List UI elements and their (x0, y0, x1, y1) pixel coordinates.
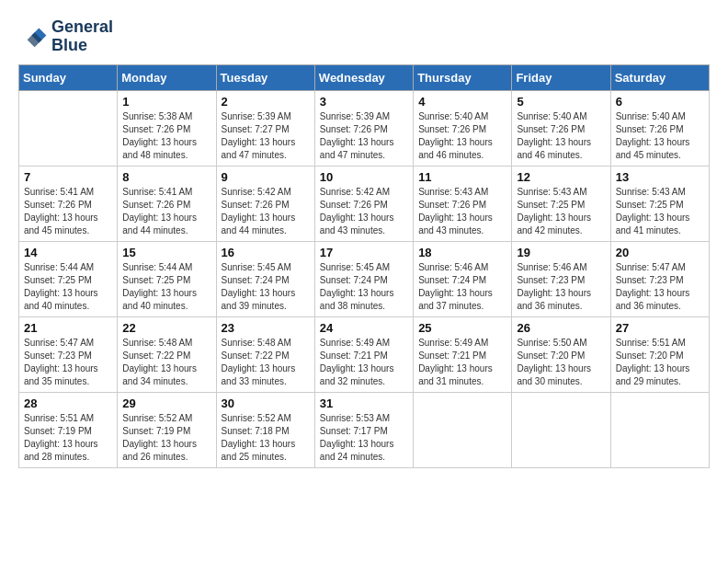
calendar-cell: 20Sunrise: 5:47 AM Sunset: 7:23 PM Dayli… (610, 241, 709, 316)
day-info: Sunrise: 5:49 AM Sunset: 7:21 PM Dayligh… (418, 337, 506, 388)
calendar-cell: 17Sunrise: 5:45 AM Sunset: 7:24 PM Dayli… (314, 241, 413, 316)
day-info: Sunrise: 5:53 AM Sunset: 7:17 PM Dayligh… (320, 412, 408, 464)
calendar-cell: 22Sunrise: 5:48 AM Sunset: 7:22 PM Dayli… (118, 316, 216, 392)
day-number: 7 (24, 170, 112, 184)
calendar-cell: 6Sunrise: 5:40 AM Sunset: 7:26 PM Daylig… (610, 90, 709, 166)
day-number: 14 (24, 246, 112, 259)
calendar-cell: 13Sunrise: 5:43 AM Sunset: 7:25 PM Dayli… (610, 166, 709, 241)
day-info: Sunrise: 5:51 AM Sunset: 7:19 PM Dayligh… (24, 412, 112, 464)
day-info: Sunrise: 5:46 AM Sunset: 7:23 PM Dayligh… (517, 261, 605, 313)
calendar-cell: 30Sunrise: 5:52 AM Sunset: 7:18 PM Dayli… (216, 392, 314, 467)
calendar-cell: 23Sunrise: 5:48 AM Sunset: 7:22 PM Dayli… (216, 316, 314, 392)
calendar-cell: 9Sunrise: 5:42 AM Sunset: 7:26 PM Daylig… (216, 166, 314, 241)
calendar-cell: 16Sunrise: 5:45 AM Sunset: 7:24 PM Dayli… (216, 241, 314, 316)
day-info: Sunrise: 5:42 AM Sunset: 7:26 PM Dayligh… (320, 186, 408, 237)
day-info: Sunrise: 5:43 AM Sunset: 7:25 PM Dayligh… (517, 186, 605, 237)
day-number: 1 (122, 95, 210, 109)
day-info: Sunrise: 5:41 AM Sunset: 7:26 PM Dayligh… (122, 186, 210, 237)
calendar-cell: 4Sunrise: 5:40 AM Sunset: 7:26 PM Daylig… (414, 90, 512, 166)
calendar-cell: 28Sunrise: 5:51 AM Sunset: 7:19 PM Dayli… (19, 392, 118, 467)
calendar-week-row: 7Sunrise: 5:41 AM Sunset: 7:26 PM Daylig… (19, 166, 710, 241)
calendar-cell: 5Sunrise: 5:40 AM Sunset: 7:26 PM Daylig… (512, 90, 610, 166)
calendar-cell (19, 90, 118, 166)
day-number: 5 (517, 95, 605, 109)
day-number: 29 (122, 396, 210, 410)
calendar-cell: 10Sunrise: 5:42 AM Sunset: 7:26 PM Dayli… (314, 166, 413, 241)
day-number: 2 (222, 95, 310, 109)
weekday-header-saturday: Saturday (610, 64, 709, 90)
weekday-header-wednesday: Wednesday (314, 64, 413, 90)
logo-icon (18, 22, 48, 52)
calendar-week-row: 21Sunrise: 5:47 AM Sunset: 7:23 PM Dayli… (19, 316, 710, 392)
calendar-cell: 29Sunrise: 5:52 AM Sunset: 7:19 PM Dayli… (118, 392, 216, 467)
day-info: Sunrise: 5:43 AM Sunset: 7:26 PM Dayligh… (418, 186, 506, 237)
day-number: 28 (24, 396, 112, 410)
calendar-cell: 12Sunrise: 5:43 AM Sunset: 7:25 PM Dayli… (512, 166, 610, 241)
logo-text: General Blue (51, 18, 113, 55)
day-number: 30 (222, 396, 310, 410)
calendar-week-row: 28Sunrise: 5:51 AM Sunset: 7:19 PM Dayli… (19, 392, 710, 467)
logo: General Blue (18, 18, 113, 55)
calendar-cell: 19Sunrise: 5:46 AM Sunset: 7:23 PM Dayli… (512, 241, 610, 316)
day-info: Sunrise: 5:50 AM Sunset: 7:20 PM Dayligh… (517, 337, 605, 388)
calendar-cell (512, 392, 610, 467)
calendar-cell: 25Sunrise: 5:49 AM Sunset: 7:21 PM Dayli… (414, 316, 512, 392)
day-info: Sunrise: 5:49 AM Sunset: 7:21 PM Dayligh… (320, 337, 408, 388)
day-info: Sunrise: 5:48 AM Sunset: 7:22 PM Dayligh… (122, 337, 210, 388)
day-info: Sunrise: 5:38 AM Sunset: 7:26 PM Dayligh… (122, 110, 210, 162)
calendar-cell: 2Sunrise: 5:39 AM Sunset: 7:27 PM Daylig… (216, 90, 314, 166)
calendar-cell (610, 392, 709, 467)
day-info: Sunrise: 5:47 AM Sunset: 7:23 PM Dayligh… (616, 261, 704, 313)
day-info: Sunrise: 5:41 AM Sunset: 7:26 PM Dayligh… (24, 186, 112, 237)
page-header: General Blue (18, 18, 710, 55)
calendar-cell: 8Sunrise: 5:41 AM Sunset: 7:26 PM Daylig… (118, 166, 216, 241)
day-info: Sunrise: 5:39 AM Sunset: 7:26 PM Dayligh… (320, 110, 408, 162)
day-info: Sunrise: 5:51 AM Sunset: 7:20 PM Dayligh… (616, 337, 704, 388)
day-number: 16 (222, 246, 310, 259)
calendar-cell: 27Sunrise: 5:51 AM Sunset: 7:20 PM Dayli… (610, 316, 709, 392)
weekday-header-monday: Monday (118, 64, 216, 90)
day-number: 4 (418, 95, 506, 109)
day-info: Sunrise: 5:46 AM Sunset: 7:24 PM Dayligh… (418, 261, 506, 313)
calendar-cell: 3Sunrise: 5:39 AM Sunset: 7:26 PM Daylig… (314, 90, 413, 166)
weekday-header-friday: Friday (512, 64, 610, 90)
day-number: 9 (222, 170, 310, 184)
day-number: 18 (418, 246, 506, 259)
calendar-cell: 11Sunrise: 5:43 AM Sunset: 7:26 PM Dayli… (414, 166, 512, 241)
calendar-cell: 26Sunrise: 5:50 AM Sunset: 7:20 PM Dayli… (512, 316, 610, 392)
day-info: Sunrise: 5:40 AM Sunset: 7:26 PM Dayligh… (616, 110, 704, 162)
day-number: 20 (616, 246, 704, 259)
day-number: 11 (418, 170, 506, 184)
day-info: Sunrise: 5:43 AM Sunset: 7:25 PM Dayligh… (616, 186, 704, 237)
day-number: 31 (320, 396, 408, 410)
calendar-cell: 14Sunrise: 5:44 AM Sunset: 7:25 PM Dayli… (19, 241, 118, 316)
day-number: 22 (122, 321, 210, 335)
weekday-header-sunday: Sunday (19, 64, 118, 90)
weekday-header-tuesday: Tuesday (216, 64, 314, 90)
calendar-cell: 18Sunrise: 5:46 AM Sunset: 7:24 PM Dayli… (414, 241, 512, 316)
day-number: 6 (616, 95, 704, 109)
calendar-cell: 24Sunrise: 5:49 AM Sunset: 7:21 PM Dayli… (314, 316, 413, 392)
day-info: Sunrise: 5:44 AM Sunset: 7:25 PM Dayligh… (24, 261, 112, 313)
calendar-table: SundayMondayTuesdayWednesdayThursdayFrid… (18, 64, 710, 468)
day-number: 27 (616, 321, 704, 335)
weekday-header-thursday: Thursday (414, 64, 512, 90)
day-number: 21 (24, 321, 112, 335)
day-number: 26 (517, 321, 605, 335)
day-number: 25 (418, 321, 506, 335)
day-number: 8 (122, 170, 210, 184)
day-number: 10 (320, 170, 408, 184)
day-number: 15 (122, 246, 210, 259)
day-info: Sunrise: 5:52 AM Sunset: 7:19 PM Dayligh… (122, 412, 210, 464)
day-number: 19 (517, 246, 605, 259)
calendar-cell: 31Sunrise: 5:53 AM Sunset: 7:17 PM Dayli… (314, 392, 413, 467)
day-number: 13 (616, 170, 704, 184)
day-number: 24 (320, 321, 408, 335)
day-info: Sunrise: 5:40 AM Sunset: 7:26 PM Dayligh… (517, 110, 605, 162)
day-info: Sunrise: 5:42 AM Sunset: 7:26 PM Dayligh… (222, 186, 310, 237)
calendar-cell: 15Sunrise: 5:44 AM Sunset: 7:25 PM Dayli… (118, 241, 216, 316)
day-info: Sunrise: 5:45 AM Sunset: 7:24 PM Dayligh… (320, 261, 408, 313)
day-info: Sunrise: 5:40 AM Sunset: 7:26 PM Dayligh… (418, 110, 506, 162)
day-number: 3 (320, 95, 408, 109)
day-number: 23 (222, 321, 310, 335)
